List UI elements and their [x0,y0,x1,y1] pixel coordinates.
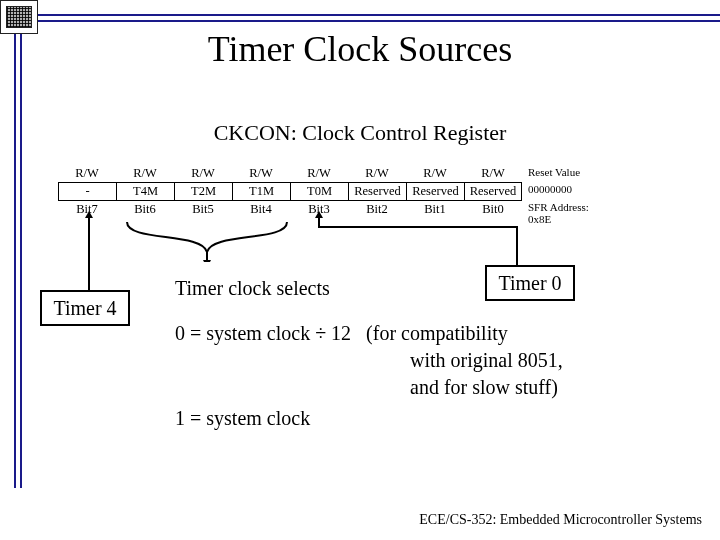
timer4-arrow-head [85,211,93,218]
register-table: R/W R/W R/W R/W R/W R/W R/W R/W Reset Va… [58,165,675,226]
name-bit2: Reserved [348,182,406,201]
bitnum-2: Bit2 [348,201,406,226]
mode0-line3: and for slow stuff) [410,374,558,401]
mode0-line2: with original 8051, [410,347,563,374]
bitnum-1: Bit1 [406,201,464,226]
timer0-arrow-head [315,211,323,218]
brace-icon [122,222,292,262]
timer0-arrow-h [318,226,518,228]
slide-subtitle: CKCON: Clock Control Register [0,120,720,146]
register-rw-row: R/W R/W R/W R/W R/W R/W R/W R/W Reset Va… [58,165,675,182]
reset-value-label: Reset Value [522,165,597,182]
name-bit4: T1M [232,182,290,201]
rw-bit0: R/W [464,165,522,182]
name-bit7: - [58,182,116,201]
footer-text: ECE/CS-352: Embedded Microcontroller Sys… [419,512,702,528]
timer4-arrow-line [88,216,90,290]
name-bit6: T4M [116,182,174,201]
rw-bit4: R/W [232,165,290,182]
svg-marker-0 [203,260,211,262]
timer0-label-box: Timer 0 [485,265,575,301]
rw-bit3: R/W [290,165,348,182]
chip-icon [0,0,38,34]
rw-bit2: R/W [348,165,406,182]
timer4-label-box: Timer 4 [40,290,130,326]
mode0-line1: 0 = system clock ÷ 12 (for compatibility [175,320,508,347]
slide-title: Timer Clock Sources [0,28,720,70]
rw-bit6: R/W [116,165,174,182]
name-bit1: Reserved [406,182,464,201]
timer4-label: Timer 4 [53,297,116,320]
mode1-line: 1 = system clock [175,405,310,432]
name-bit3: T0M [290,182,348,201]
name-bit0: Reserved [464,182,522,201]
reset-value: 00000000 [522,182,597,201]
clock-selects-text: Timer clock selects [175,275,330,302]
rw-bit1: R/W [406,165,464,182]
register-name-row: - T4M T2M T1M T0M Reserved Reserved Rese… [58,182,675,201]
rw-bit5: R/W [174,165,232,182]
timer0-arrow-v2 [516,226,518,266]
name-bit5: T2M [174,182,232,201]
bitnum-0: Bit0 [464,201,522,226]
sfr-addr-label: SFR Address: [528,201,589,213]
timer0-label: Timer 0 [498,272,561,295]
sfr-addr-value: 0x8E [528,213,551,225]
rw-bit7: R/W [58,165,116,182]
